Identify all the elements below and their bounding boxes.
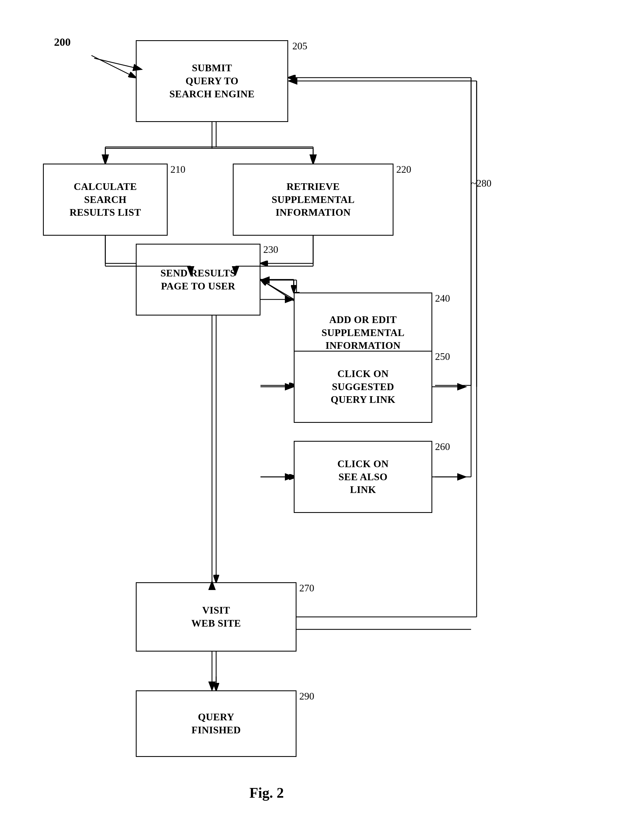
node-210: CALCULATE SEARCH RESULTS LIST	[43, 163, 168, 236]
node-210-label: CALCULATE SEARCH RESULTS LIST	[69, 180, 141, 219]
node-220: RETRIEVE SUPPLEMENTAL INFORMATION	[233, 163, 394, 236]
svg-line-1	[92, 55, 136, 78]
ref-260-label: 260	[435, 441, 450, 453]
ref-230-label: 230	[263, 244, 278, 255]
ref-200-label: 200	[54, 36, 71, 48]
node-240-label: ADD OR EDIT SUPPLEMENTAL INFORMATION	[321, 313, 404, 352]
node-205: SUBMIT QUERY TO SEARCH ENGINE	[136, 40, 288, 122]
ref-250-label: 250	[435, 351, 450, 362]
node-230: SEND RESULTS PAGE TO USER	[136, 244, 260, 315]
node-290: QUERY FINISHED	[136, 690, 297, 757]
svg-line-14	[260, 280, 294, 301]
node-270-label: VISIT WEB SITE	[191, 604, 241, 630]
node-250-label: CLICK ON SUGGESTED QUERY LINK	[331, 367, 395, 406]
node-230-label: SEND RESULTS PAGE TO USER	[160, 267, 236, 293]
node-270: VISIT WEB SITE	[136, 582, 297, 651]
svg-line-18	[260, 280, 297, 301]
ref-290-label: 290	[299, 690, 314, 702]
node-260-label: CLICK ON SEE ALSO LINK	[337, 457, 389, 496]
flowchart-diagram: 200 SUBMIT QUERY TO SEARCH ENGINE 205 CA…	[0, 0, 644, 834]
node-250: CLICK ON SUGGESTED QUERY LINK	[294, 351, 432, 423]
ref-270-label: 270	[299, 582, 314, 594]
ref-205-label: 205	[292, 40, 307, 52]
node-260: CLICK ON SEE ALSO LINK	[294, 441, 432, 513]
node-220-label: RETRIEVE SUPPLEMENTAL INFORMATION	[271, 180, 354, 219]
ref-220-label: 220	[396, 163, 411, 175]
figure-label: Fig. 2	[249, 785, 284, 801]
node-205-label: SUBMIT QUERY TO SEARCH ENGINE	[169, 61, 255, 100]
ref-240-label: 240	[435, 293, 450, 304]
ref-210-label: 210	[170, 163, 186, 175]
node-290-label: QUERY FINISHED	[192, 711, 241, 737]
ref-280-label: ~280	[471, 178, 491, 189]
